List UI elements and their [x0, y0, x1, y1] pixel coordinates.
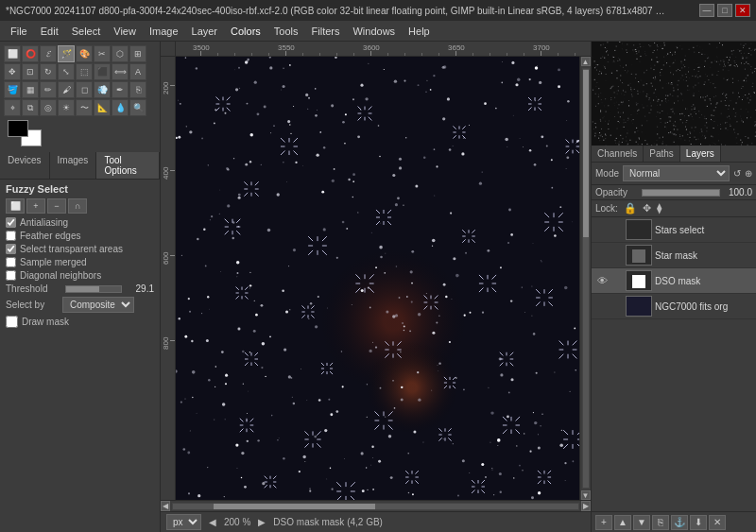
tool-clone[interactable]: ⎘	[129, 81, 146, 98]
tool-color-picker[interactable]: 💧	[112, 99, 129, 116]
diagonal-neighbors-checkbox[interactable]	[6, 270, 16, 281]
vertical-scrollbar[interactable]: ▲ ▼	[579, 57, 591, 500]
menu-item-windows[interactable]: Windows	[346, 24, 402, 39]
layer-row[interactable]: Star mask	[592, 243, 756, 268]
mode-subtract-btn[interactable]: −	[47, 198, 66, 214]
menu-item-colors[interactable]: Colors	[224, 24, 267, 39]
tool-color-select[interactable]: 🎨	[76, 45, 93, 62]
layer-mask-thumb	[632, 249, 645, 263]
tool-blur[interactable]: ◎	[40, 99, 57, 116]
tool-crop[interactable]: ⊡	[22, 63, 39, 80]
delete-layer-button[interactable]: ✕	[709, 515, 726, 530]
star-field-canvas[interactable]	[176, 57, 579, 500]
opacity-slider[interactable]	[642, 189, 720, 197]
mode-intersect-btn[interactable]: ∩	[68, 198, 87, 214]
mode-replace-btn[interactable]: ⬜	[6, 198, 25, 214]
unit-selector[interactable]: px	[166, 514, 201, 530]
tool-measure[interactable]: 📐	[94, 99, 111, 116]
canvas-area: ▲ ▼ ◀ ▶ px ◀ 200 % ▶ DSO mask mask (4,2 …	[161, 42, 591, 532]
duplicate-layer-button[interactable]: ⎘	[652, 515, 669, 530]
canvas-viewport[interactable]	[176, 57, 579, 500]
menu-item-tools[interactable]: Tools	[267, 24, 305, 39]
layer-row[interactable]: NGC7000 fits org	[592, 294, 756, 319]
layer-visibility-icon[interactable]	[595, 300, 609, 313]
mode-label: Mode	[595, 168, 619, 179]
lock-position-icon[interactable]: ✥	[643, 202, 651, 215]
tool-zoom[interactable]: 🔍	[129, 99, 146, 116]
tool-dodge[interactable]: ☀	[58, 99, 75, 116]
tool-bucket[interactable]: 🪣	[4, 81, 21, 98]
threshold-slider[interactable]	[65, 285, 123, 293]
menu-item-select[interactable]: Select	[65, 24, 108, 39]
select-transparent-checkbox[interactable]	[6, 244, 16, 254]
v-scroll-track[interactable]	[582, 68, 590, 489]
h-scroll-track[interactable]	[172, 503, 579, 510]
tool-foreground-select[interactable]: ⬡	[112, 45, 129, 62]
merge-layers-button[interactable]: ⬇	[690, 515, 707, 530]
tool-perspective-clone[interactable]: ⧉	[22, 99, 39, 116]
tool-fuzzy-select[interactable]: 🪄	[58, 45, 75, 62]
tool-rect-select[interactable]: ⬜	[4, 45, 21, 62]
menu-item-filters[interactable]: Filters	[305, 24, 347, 39]
tab-layers[interactable]: Layers	[680, 146, 721, 162]
tool-eraser[interactable]: ◻	[76, 81, 93, 98]
menu-item-help[interactable]: Help	[402, 24, 437, 39]
lock-alpha-icon[interactable]: ⧫	[657, 202, 662, 215]
tab-devices[interactable]: Devices	[0, 152, 50, 179]
layer-row[interactable]: 👁DSO mask	[592, 268, 756, 294]
h-scroll-thumb[interactable]	[214, 504, 376, 509]
tab-channels[interactable]: Channels	[592, 146, 644, 162]
horizontal-scrollbar[interactable]: ◀ ▶	[161, 500, 591, 511]
tab-tool-options[interactable]: Tool Options	[96, 152, 160, 179]
lower-layer-button[interactable]: ▼	[633, 515, 650, 530]
minimize-button[interactable]: —	[699, 4, 714, 17]
v-scroll-thumb[interactable]	[583, 70, 589, 237]
close-button[interactable]: ✕	[735, 4, 750, 17]
tool-pencil[interactable]: ✏	[40, 81, 57, 98]
mode-add-btn[interactable]: +	[26, 198, 45, 214]
tool-move[interactable]: ✥	[4, 63, 21, 80]
layer-name-label: DSO mask	[655, 276, 752, 286]
layer-visibility-icon[interactable]	[595, 223, 609, 236]
tool-heal[interactable]: ⌖	[4, 99, 21, 116]
tool-gradient[interactable]: ▦	[22, 81, 39, 98]
tool-airbrush[interactable]: 💨	[94, 81, 111, 98]
tab-paths[interactable]: Paths	[644, 146, 680, 162]
tool-rotate[interactable]: ↻	[40, 63, 57, 80]
tool-text[interactable]: A	[129, 63, 146, 80]
right-panel: Channels Paths Layers Mode Normal ↺ ⊕ Op…	[591, 42, 756, 532]
tool-ellipse-select[interactable]: ⭕	[22, 45, 39, 62]
layer-mode-dropdown[interactable]: Normal	[623, 165, 730, 181]
antialiasing-checkbox[interactable]	[6, 217, 16, 228]
tool-ink[interactable]: ✒	[112, 81, 129, 98]
layer-row[interactable]: Stars select	[592, 217, 756, 243]
menu-item-edit[interactable]: Edit	[34, 24, 65, 39]
menu-item-view[interactable]: View	[107, 24, 143, 39]
tool-lasso[interactable]: 𝓔	[40, 45, 57, 62]
tool-perspective[interactable]: ⬛	[94, 63, 111, 80]
draw-mask-checkbox[interactable]	[6, 316, 18, 328]
fg-color-swatch[interactable]	[8, 120, 28, 137]
layer-chain-icon	[611, 223, 623, 236]
tab-images[interactable]: Images	[50, 152, 97, 179]
tool-scissors[interactable]: ✂	[94, 45, 111, 62]
anchor-layer-button[interactable]: ⚓	[671, 515, 688, 530]
menu-item-image[interactable]: Image	[143, 24, 185, 39]
lock-pixels-icon[interactable]: 🔒	[624, 202, 637, 215]
tool-align[interactable]: ⊞	[129, 45, 146, 62]
tool-shear[interactable]: ⬚	[76, 63, 93, 80]
select-by-dropdown[interactable]: Composite	[62, 297, 134, 313]
new-layer-button[interactable]: +	[595, 515, 612, 530]
raise-layer-button[interactable]: ▲	[614, 515, 631, 530]
menu-item-file[interactable]: File	[4, 24, 34, 39]
tool-scale[interactable]: ⤡	[58, 63, 75, 80]
tool-smudge[interactable]: 〜	[76, 99, 93, 116]
maximize-button[interactable]: □	[717, 4, 732, 17]
sample-merged-checkbox[interactable]	[6, 257, 16, 267]
layer-visibility-icon[interactable]	[595, 249, 609, 262]
tool-flip[interactable]: ⟺	[112, 63, 129, 80]
feather-edges-checkbox[interactable]	[6, 231, 16, 241]
layer-visibility-icon[interactable]: 👁	[595, 274, 609, 287]
menu-item-layer[interactable]: Layer	[185, 24, 225, 39]
tool-paintbrush[interactable]: 🖌	[58, 81, 75, 98]
